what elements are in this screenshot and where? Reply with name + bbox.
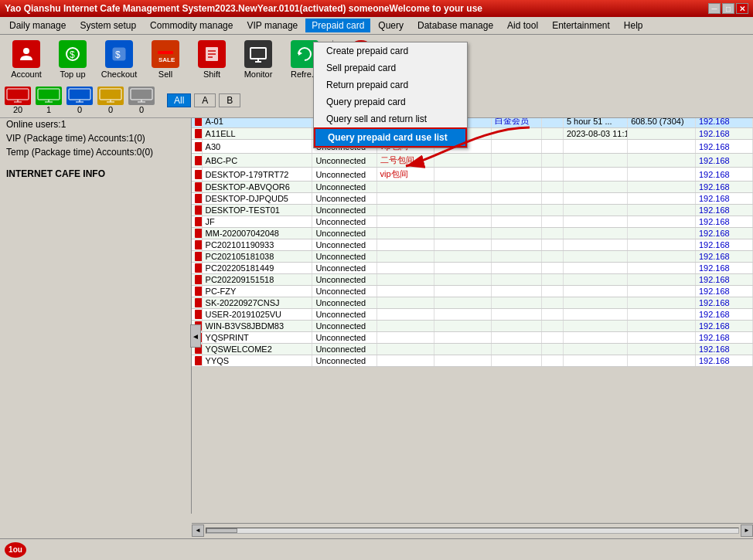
svg-text:$: $ [115, 49, 121, 60]
top up-label: Top up [60, 70, 85, 79]
table-row[interactable]: A30Unconnectedvip包间192.168 [192, 140, 753, 154]
cell-user [492, 216, 542, 227]
cell-account [434, 168, 492, 181]
row-indicator [192, 251, 203, 262]
dropdown-item-3[interactable]: Query prepaid card [314, 93, 467, 110]
cell-hostname: SK-20220927CNSJ [203, 297, 313, 308]
cell-package [377, 274, 434, 285]
table-row[interactable]: YQSWELCOME2Unconnected192.168 [192, 344, 753, 355]
cell-type [542, 263, 564, 273]
menu-item-query[interactable]: Query [372, 19, 410, 32]
dropdown-item-4[interactable]: Query sell and return list [314, 110, 467, 127]
table-row[interactable]: PC202205181449Unconnected192.168 [192, 263, 753, 274]
table-row[interactable]: PC202105181038Unconnected192.168 [192, 251, 753, 263]
cell-status: Unconnected [312, 182, 376, 192]
checkout-label: Checkout [101, 70, 137, 79]
cell-user [492, 286, 542, 297]
menu-item-prepaid-card[interactable]: Prepaid card [305, 19, 370, 32]
horizontal-scrollbar[interactable]: ◄ ► [192, 523, 753, 537]
dropdown-item-0[interactable]: Create prepaid card [314, 42, 467, 59]
cell-status: Unconnected [312, 274, 376, 285]
cell-client: 192.168 [696, 355, 753, 366]
table-row[interactable]: SK-20220927CNSJUnconnected192.168 [192, 297, 753, 309]
toolbar-btn-checkout[interactable]: $Checkout [97, 38, 141, 81]
cell-user [492, 182, 542, 192]
menu-item-entertainment[interactable]: Entertainment [546, 19, 616, 32]
cell-account [434, 355, 492, 366]
close-button[interactable]: ✕ [736, 3, 748, 14]
menu-item-vip-manage[interactable]: VIP manage [240, 19, 304, 32]
maximize-button[interactable]: □ [722, 3, 734, 14]
minimize-button[interactable]: ─ [708, 3, 721, 14]
cell-package [377, 205, 434, 216]
table-row[interactable]: WIN-B3VS8JBDM83Unconnected192.168 [192, 321, 753, 332]
table-row[interactable]: DESKTOP-ABVQOR6Unconnected192.168 [192, 182, 753, 193]
cell-client: 192.168 [696, 168, 753, 181]
table-row[interactable]: PC-FZYUnconnected192.168 [192, 286, 753, 297]
cell-status: Unconnected [312, 344, 376, 355]
cell-balance [628, 182, 696, 192]
table-row[interactable]: PC202101190933Unconnected192.168 [192, 239, 753, 251]
toolbar-btn-sell[interactable]: SALESell [144, 38, 187, 81]
cell-type [542, 321, 564, 331]
menu-item-system-setup[interactable]: System setup [73, 19, 142, 32]
cell-online [564, 332, 628, 343]
menu-item-commodity-manage[interactable]: Commodity manage [144, 19, 239, 32]
filter-btn-b[interactable]: B [219, 93, 240, 107]
panel-collapse-button[interactable]: ◄ [190, 324, 201, 348]
table-row[interactable]: DESKTOP-179TRT72Unconnectedvip包间192.168 [192, 168, 753, 182]
menu-item-daily-manage[interactable]: Daily manage [3, 19, 72, 32]
filter-btn-a[interactable]: A [194, 93, 216, 107]
cell-account [434, 297, 492, 308]
menu-item-aid-tool[interactable]: Aid tool [501, 19, 544, 32]
table-row[interactable]: YQSPRINTUnconnected192.168 [192, 332, 753, 344]
cell-balance [628, 193, 696, 204]
toolbar-btn-top-up[interactable]: $Top up [51, 38, 94, 81]
table-row[interactable]: DESKTOP-DJPQUD5Unconnected192.168 [192, 193, 753, 205]
hscroll-thumb[interactable] [206, 528, 237, 533]
table-row[interactable]: YYQSUnconnected192.168 [192, 355, 753, 367]
cell-online [564, 205, 628, 216]
table-row[interactable]: JFUnconnected192.168 [192, 216, 753, 228]
cell-account [434, 344, 492, 355]
cell-balance [628, 274, 696, 285]
dropdown-item-2[interactable]: Return prepaid card [314, 76, 467, 93]
row-indicator [192, 193, 203, 204]
cell-hostname: USER-20191025VU [203, 309, 313, 320]
toolbar-btn-shift[interactable]: Shift [190, 38, 233, 81]
cell-package: vip包间 [377, 168, 434, 181]
menu-item-help[interactable]: Help [618, 19, 649, 32]
cell-online [564, 297, 628, 308]
cell-balance [628, 286, 696, 297]
cell-package [377, 355, 434, 366]
table-row[interactable]: USER-20191025VUUnconnected192.168 [192, 309, 753, 321]
filter-btn-all[interactable]: All [167, 93, 191, 107]
cell-hostname: ABC-PC [203, 154, 313, 167]
table-row[interactable]: A11ELLUnconnected2023-08-03 11:14:44 A..… [192, 128, 753, 140]
status-indicators: 201000 [5, 87, 155, 114]
table-row[interactable]: DESKTOP-TEST01Unconnected192.168 [192, 205, 753, 216]
cell-package [377, 193, 434, 204]
cell-hostname: WIN-B3VS8JBDM83 [203, 321, 313, 331]
cell-type [542, 128, 564, 139]
titlebar: Yao Qianshu Internet Cafe Management Sys… [0, 0, 753, 17]
dropdown-item-1[interactable]: Sell prepaid card [314, 59, 467, 76]
hscroll-right[interactable]: ► [741, 524, 753, 537]
menu-item-database-manage[interactable]: Database manage [411, 19, 499, 32]
cell-account [434, 193, 492, 204]
table-row[interactable]: MM-202007042048Unconnected192.168 [192, 228, 753, 239]
hscroll-track[interactable] [206, 528, 739, 534]
cell-client: 192.168 [696, 332, 753, 343]
cell-package [377, 251, 434, 262]
row-indicator [192, 286, 203, 297]
toolbar-btn-account[interactable]: Account [5, 38, 48, 81]
toolbar-btn-monitor[interactable]: Monitor [237, 38, 280, 81]
cell-online [564, 251, 628, 262]
row-indicator [192, 168, 203, 181]
table-scroll[interactable]: Host Name (Click S Stat Account User Typ… [192, 100, 753, 537]
table-row[interactable]: PC202209151518Unconnected192.168 [192, 274, 753, 286]
dropdown-item-5[interactable]: Query prepaid card use list [314, 127, 467, 148]
cell-package: 二号包间 [377, 154, 434, 167]
table-row[interactable]: ABC-PCUnconnected二号包间192.168 [192, 154, 753, 168]
hscroll-left[interactable]: ◄ [192, 524, 204, 537]
